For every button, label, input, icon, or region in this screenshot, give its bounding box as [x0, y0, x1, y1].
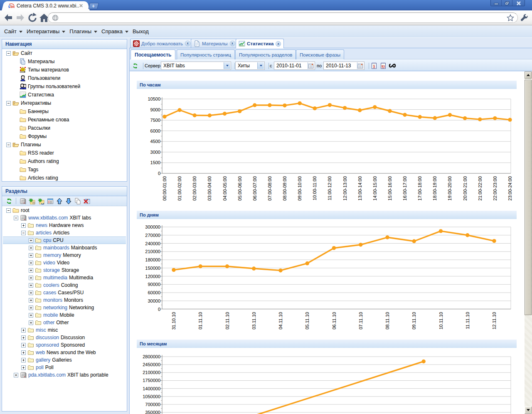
refresh-button[interactable]	[132, 62, 138, 70]
section-tree-item[interactable]: videoVideo	[2, 259, 127, 266]
section-tree-item[interactable]: sponsoredSponsored	[2, 341, 127, 349]
scroll-up-button[interactable]	[525, 71, 532, 79]
properties-button[interactable]	[46, 197, 55, 205]
nav-tree-item[interactable]: Tags	[2, 165, 127, 174]
browser-tab[interactable]: Xbit Cetera CMS 3.0.2 www.xbi... ✕	[6, 1, 86, 10]
metric-select[interactable]: Хиты	[235, 62, 265, 70]
tree-collapse-icon[interactable]	[14, 216, 18, 220]
window-close-button[interactable]	[512, 0, 525, 6]
tab-close-icon[interactable]: x	[230, 41, 235, 46]
document-tab-2[interactable]: Материалыx	[191, 39, 238, 48]
tree-expand-icon[interactable]	[21, 358, 26, 362]
section-tree-item[interactable]: monitorsMonitors	[2, 296, 127, 304]
bookmark-star-icon[interactable]	[507, 14, 514, 22]
tree-collapse-icon[interactable]	[21, 231, 26, 235]
tree-expand-icon[interactable]	[29, 238, 33, 243]
subtab-1-active[interactable]: Посещаемость	[131, 49, 175, 59]
section-tree-item[interactable]: networkingNetworking	[2, 304, 127, 311]
section-tree-item[interactable]: www.xbitlabs.comXBIT labs	[2, 214, 127, 222]
date-from-input[interactable]: 2010-11-01	[274, 62, 315, 70]
document-tab-3-active[interactable]: Статистикаx	[236, 39, 284, 48]
vertical-scrollbar[interactable]	[525, 71, 532, 414]
section-tree-item[interactable]: multimediaMultimedia	[2, 274, 127, 281]
reload-button[interactable]	[27, 13, 38, 23]
nav-tree-item[interactable]: Статистика	[2, 91, 127, 99]
subtab-2[interactable]: Популярность страниц	[177, 49, 235, 59]
section-tree-item[interactable]: pda.xbitlabs.comXBIT labs portable	[2, 371, 127, 379]
server-select[interactable]: XBIT labs	[161, 62, 231, 70]
nav-tree-item[interactable]: Рассылки	[2, 124, 127, 132]
window-minimize-button[interactable]	[491, 0, 502, 6]
tree-expand-icon[interactable]	[29, 283, 33, 288]
tree-expand-icon[interactable]	[21, 343, 26, 347]
section-tree-item[interactable]: otherOther	[2, 319, 127, 326]
menu-item-3[interactable]: Плагины	[69, 28, 97, 34]
tree-expand-icon[interactable]	[29, 261, 33, 265]
nav-tree-item[interactable]: Articles rating	[2, 174, 127, 182]
nav-tree-item[interactable]: Пользователи	[2, 74, 127, 82]
menu-item-5[interactable]: Выход	[133, 28, 149, 34]
section-tree-item[interactable]: articlesArticles	[2, 229, 127, 237]
document-tab-1[interactable]: Добро пожаловатьx	[130, 39, 193, 48]
new-tab-button[interactable]: +	[88, 3, 99, 9]
scroll-down-button[interactable]	[525, 407, 532, 414]
subtab-4[interactable]: Поисковые фразы	[296, 49, 344, 59]
move-up-button[interactable]	[55, 197, 64, 205]
nav-tree-item[interactable]: Типы материалов	[2, 66, 127, 74]
move-down-button[interactable]	[64, 197, 73, 205]
nav-tree-item[interactable]: RSS reader	[2, 149, 127, 157]
tree-expand-icon[interactable]	[21, 335, 26, 340]
back-button[interactable]	[3, 13, 14, 23]
scrollbar-thumb[interactable]	[525, 80, 532, 315]
delete-button[interactable]	[82, 197, 91, 205]
menu-item-4[interactable]: Справка	[101, 28, 128, 34]
tab-close-icon[interactable]: x	[276, 41, 281, 47]
menu-item-2[interactable]: Интерактивы	[27, 28, 65, 34]
section-tree-item[interactable]: webNews around the Web	[2, 349, 127, 356]
tab-close-icon[interactable]: x	[185, 41, 190, 46]
tree-expand-icon[interactable]	[21, 350, 26, 355]
refresh-button[interactable]	[5, 197, 14, 205]
section-tree-item[interactable]: coolersCooling	[2, 281, 127, 289]
section-tree-item[interactable]: galleryGalleries	[2, 356, 127, 364]
nav-tree-item[interactable]: Группы пользователей	[2, 82, 127, 91]
nav-tree-item[interactable]: Сайт	[2, 49, 127, 57]
tree-expand-icon[interactable]	[29, 291, 33, 295]
period-month-button[interactable]: 31	[380, 62, 387, 70]
section-tree-item[interactable]: storageStorage	[2, 266, 127, 274]
dropdown-trigger-icon[interactable]	[224, 62, 230, 69]
tree-expand-icon[interactable]	[21, 365, 26, 370]
tree-expand-icon[interactable]	[29, 298, 33, 303]
tree-expand-icon[interactable]	[29, 313, 33, 318]
address-bar[interactable]	[48, 12, 518, 23]
tree-expand-icon[interactable]	[14, 373, 18, 377]
tree-collapse-icon[interactable]	[6, 101, 11, 106]
tree-expand-icon[interactable]	[29, 320, 33, 325]
nav-tree-item[interactable]: Authors rating	[2, 157, 127, 165]
tree-expand-icon[interactable]	[21, 328, 26, 333]
nav-tree-item[interactable]: Материалы	[2, 57, 127, 66]
section-tree-item[interactable]: miscmisc	[2, 326, 127, 334]
calendar-picker-icon[interactable]	[357, 62, 364, 69]
nav-tree-item[interactable]: Плагины	[2, 140, 127, 149]
calendar-picker-icon[interactable]	[308, 62, 314, 69]
section-tree-item[interactable]: root	[2, 207, 127, 214]
tree-collapse-icon[interactable]	[6, 208, 11, 213]
section-tree-item[interactable]: newsHardware news	[2, 222, 127, 229]
server-button[interactable]	[18, 197, 27, 205]
tree-expand-icon[interactable]	[29, 246, 33, 250]
tree-expand-icon[interactable]	[29, 268, 33, 273]
date-to-input[interactable]: 2010-11-13	[323, 62, 365, 70]
nav-tree-item[interactable]: Рекламные слова	[2, 116, 127, 124]
add-link-section-button[interactable]	[37, 197, 46, 205]
nav-tree-item[interactable]: Баннеры	[2, 107, 127, 116]
copy-button[interactable]	[73, 197, 82, 205]
tree-expand-icon[interactable]	[29, 306, 33, 310]
add-section-button[interactable]	[27, 197, 37, 205]
section-tree-item[interactable]: casesCases/PSU	[2, 289, 127, 296]
wrench-menu-icon[interactable]	[520, 13, 529, 22]
section-tree-item[interactable]: mobileMobile	[2, 311, 127, 319]
section-tree-item[interactable]: mainboardsMainboards	[2, 244, 127, 251]
section-tree-item[interactable]: pollPoll	[2, 364, 127, 371]
tree-expand-icon[interactable]	[29, 276, 33, 280]
